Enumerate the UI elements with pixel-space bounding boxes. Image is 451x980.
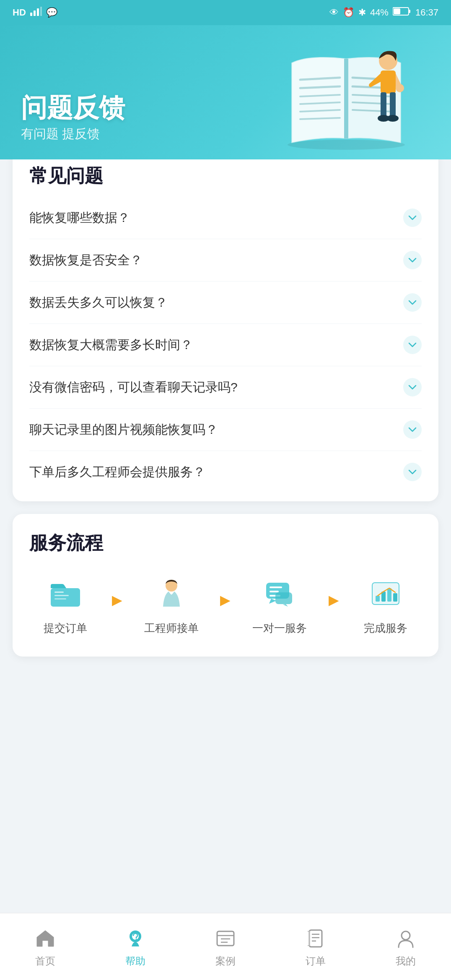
service-step-1: 提交订单	[40, 572, 91, 636]
faq-question-5: 没有微信密码，可以查看聊天记录吗?	[29, 379, 395, 396]
svg-rect-3	[40, 7, 42, 16]
faq-question-1: 能恢复哪些数据？	[29, 209, 395, 227]
svg-rect-37	[376, 596, 380, 602]
page-subtitle: 有问题 提反馈	[21, 125, 125, 143]
svg-rect-23	[390, 92, 396, 117]
page-title: 问题反馈	[21, 94, 125, 122]
flow-arrow-2: ▶	[220, 592, 231, 608]
mine-icon	[393, 926, 418, 951]
nav-item-cases[interactable]: 案例	[205, 922, 246, 972]
service-label-2: 工程师接单	[144, 621, 199, 636]
svg-rect-39	[387, 588, 391, 602]
svg-point-43	[135, 938, 137, 940]
folder-icon	[40, 572, 91, 614]
svg-rect-22	[381, 92, 386, 117]
svg-rect-2	[37, 8, 39, 16]
service-label-1: 提交订单	[44, 621, 87, 636]
header-text-block: 问题反馈 有问题 提反馈	[0, 94, 125, 143]
service-label-4: 完成服务	[364, 621, 407, 636]
faq-item-3[interactable]: 数据丢失多久可以恢复？	[29, 281, 422, 324]
bluetooth-icon: ✱	[358, 7, 366, 18]
nav-label-home: 首页	[35, 954, 55, 968]
book-svg	[267, 38, 426, 151]
svg-rect-48	[309, 930, 322, 947]
faq-chevron-6	[403, 420, 422, 439]
svg-rect-0	[30, 13, 32, 16]
signal-icon	[30, 7, 42, 18]
flow-arrow-3: ▶	[329, 592, 339, 608]
faq-question-3: 数据丢失多久可以恢复？	[29, 294, 395, 311]
faq-card: 常见问题 能恢复哪些数据？ 数据恢复是否安全？ 数据丢失多久可以恢复？ 数据恢复…	[13, 147, 438, 501]
main-content: 常见问题 能恢复哪些数据？ 数据恢复是否安全？ 数据丢失多久可以恢复？ 数据恢复…	[0, 147, 451, 761]
faq-question-2: 数据恢复是否安全？	[29, 252, 395, 269]
book-illustration	[267, 38, 426, 151]
faq-chevron-7	[403, 463, 422, 481]
svg-rect-27	[54, 592, 64, 593]
faq-chevron-1	[403, 209, 422, 227]
cases-icon	[213, 926, 238, 951]
bottom-navigation: 首页 帮助 案例	[0, 913, 451, 980]
nav-item-mine[interactable]: 我的	[385, 922, 427, 972]
faq-question-6: 聊天记录里的图片视频能恢复吗？	[29, 421, 395, 438]
svg-rect-20	[381, 70, 396, 94]
status-bar-right: 👁 ⏰ ✱ 44% 16:37	[329, 7, 438, 18]
status-bar: HD 💬 👁 ⏰ ✱ 44% 16:37	[0, 0, 451, 25]
faq-chevron-3	[403, 293, 422, 312]
svg-rect-35	[275, 592, 292, 604]
faq-chevron-4	[403, 336, 422, 354]
orders-icon	[303, 926, 328, 951]
faq-question-7: 下单后多久工程师会提供服务？	[29, 464, 395, 481]
time-display: 16:37	[415, 7, 438, 18]
nav-label-help: 帮助	[125, 954, 145, 968]
service-step-4: 完成服务	[360, 572, 411, 636]
faq-item-2[interactable]: 数据恢复是否安全？	[29, 239, 422, 281]
svg-point-7	[288, 140, 405, 150]
service-step-2: 工程师接单	[144, 572, 199, 636]
flow-arrow-1: ▶	[112, 592, 122, 608]
faq-item-4[interactable]: 数据恢复大概需要多长时间？	[29, 324, 422, 366]
svg-point-25	[387, 115, 399, 122]
svg-rect-5	[409, 10, 410, 13]
faq-item-7[interactable]: 下单后多久工程师会提供服务？	[29, 451, 422, 493]
nav-item-orders[interactable]: 订单	[295, 922, 337, 972]
service-flow-title: 服务流程	[29, 531, 422, 555]
svg-rect-32	[270, 586, 282, 588]
nav-label-mine: 我的	[396, 954, 416, 968]
faq-section-title: 常见问题	[29, 164, 422, 188]
complete-icon	[360, 572, 411, 614]
service-step-3: 一对一服务	[252, 572, 307, 636]
service-label-3: 一对一服务	[252, 621, 307, 636]
svg-point-21	[396, 84, 404, 92]
message-icon: 💬	[46, 7, 57, 18]
alarm-icon: ⏰	[343, 7, 354, 18]
svg-rect-1	[34, 10, 36, 16]
faq-question-4: 数据恢复大概需要多长时间？	[29, 336, 395, 354]
nav-item-help[interactable]: 帮助	[114, 922, 156, 972]
svg-rect-28	[54, 595, 69, 596]
faq-chevron-2	[403, 251, 422, 269]
svg-rect-26	[51, 588, 80, 607]
svg-rect-40	[393, 593, 397, 602]
faq-item-5[interactable]: 没有微信密码，可以查看聊天记录吗?	[29, 366, 422, 409]
header-banner: 问题反馈 有问题 提反馈	[0, 25, 451, 159]
faq-item-1[interactable]: 能恢复哪些数据？	[29, 197, 422, 239]
faq-item-6[interactable]: 聊天记录里的图片视频能恢复吗？	[29, 409, 422, 451]
nav-label-orders: 订单	[306, 954, 326, 968]
home-icon	[33, 926, 58, 951]
eye-icon: 👁	[329, 7, 339, 18]
engineer-icon	[146, 572, 197, 614]
svg-rect-33	[270, 591, 279, 592]
faq-chevron-5	[403, 378, 422, 396]
chat-icon	[254, 572, 305, 614]
svg-rect-6	[394, 8, 400, 14]
svg-point-52	[402, 931, 410, 940]
svg-rect-29	[54, 598, 66, 599]
help-icon	[123, 926, 148, 951]
battery-text: 44%	[370, 7, 389, 18]
nav-label-cases: 案例	[215, 954, 236, 968]
service-flow-card: 服务流程 提交订单 ▶	[13, 514, 438, 657]
status-bar-left: HD 💬	[13, 7, 57, 18]
service-flow-steps: 提交订单 ▶ 工程师接单	[29, 564, 422, 648]
battery-icon	[393, 7, 411, 18]
nav-item-home[interactable]: 首页	[24, 922, 66, 972]
